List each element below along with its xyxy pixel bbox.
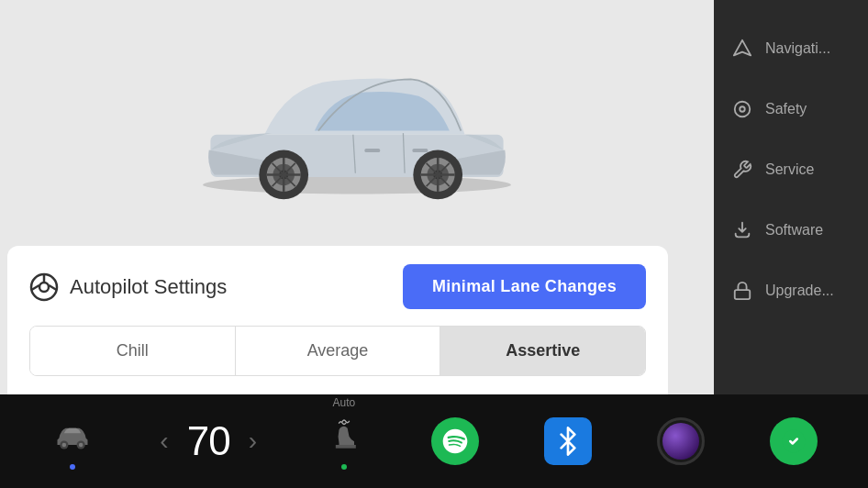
spotify-icon: [431, 417, 479, 465]
sidebar-item-navigation[interactable]: Navigati...: [714, 18, 868, 79]
seat-svg-icon: [324, 415, 364, 455]
sidebar-navigation-label: Navigati...: [765, 40, 830, 57]
sidebar: Navigati... Safety Service Software Upgr…: [714, 0, 868, 394]
svg-rect-21: [412, 149, 428, 152]
taskbar-climate-item[interactable]: Auto: [322, 413, 366, 470]
taskbar-spotify-item[interactable]: [431, 417, 479, 465]
svg-rect-30: [735, 290, 751, 299]
sidebar-service-label: Service: [765, 161, 814, 178]
sidebar-item-upgrades[interactable]: Upgrade...: [714, 261, 868, 321]
seat-heat-icon: [322, 413, 366, 457]
car-image-area: [0, 0, 714, 238]
sidebar-software-label: Software: [765, 222, 823, 238]
sidebar-upgrades-label: Upgrade...: [765, 283, 834, 299]
svg-marker-27: [734, 40, 751, 56]
assertive-mode-button[interactable]: Assertive: [440, 327, 645, 375]
car-image: [164, 18, 550, 220]
safety-icon: [732, 99, 752, 119]
extra-svg-icon: [780, 427, 807, 455]
autopilot-header: Autopilot Settings Minimal Lane Changes: [29, 264, 646, 309]
service-icon: [732, 160, 752, 180]
camera-icon: [657, 417, 705, 465]
speed-value: 70: [187, 418, 230, 464]
bluetooth-svg-icon: [553, 427, 583, 456]
taskbar-car-item[interactable]: [50, 413, 95, 470]
svg-point-28: [735, 102, 751, 117]
svg-point-23: [39, 283, 49, 292]
climate-label: Auto: [333, 396, 356, 409]
main-content-area: Autopilot Settings Minimal Lane Changes …: [0, 0, 714, 394]
minimal-lane-changes-button[interactable]: Minimal Lane Changes: [403, 264, 646, 309]
svg-point-29: [740, 106, 745, 112]
camera-lens: [662, 423, 699, 460]
autopilot-title-text: Autopilot Settings: [70, 275, 227, 299]
autopilot-title: Autopilot Settings: [29, 272, 227, 302]
car-svg-icon: [52, 415, 93, 455]
svg-point-0: [203, 175, 511, 194]
sidebar-item-safety[interactable]: Safety: [714, 79, 868, 139]
autopilot-panel: Autopilot Settings Minimal Lane Changes …: [7, 246, 668, 394]
climate-dot: [341, 464, 347, 470]
car-icon: [50, 413, 95, 457]
taskbar-extra-item[interactable]: [770, 417, 818, 465]
taskbar: ‹ 70 › Auto: [0, 394, 868, 488]
svg-line-25: [49, 285, 56, 290]
sidebar-safety-label: Safety: [765, 101, 807, 117]
sidebar-item-software[interactable]: Software: [714, 200, 868, 261]
svg-point-34: [79, 443, 83, 448]
software-icon: [732, 220, 752, 240]
speed-decrease-button[interactable]: ‹: [160, 427, 168, 456]
svg-point-33: [62, 443, 67, 448]
car-active-dot: [70, 464, 75, 470]
extra-icon: [770, 417, 818, 465]
chill-mode-button[interactable]: Chill: [30, 327, 236, 375]
svg-rect-20: [364, 149, 380, 152]
taskbar-camera-item[interactable]: [657, 417, 705, 465]
speed-increase-button[interactable]: ›: [249, 427, 257, 456]
upgrades-icon: [732, 281, 752, 301]
taskbar-bluetooth-item[interactable]: [544, 417, 592, 465]
navigation-icon: [732, 39, 752, 59]
steering-wheel-icon: [29, 272, 59, 302]
average-mode-button[interactable]: Average: [236, 327, 441, 375]
bluetooth-icon: [544, 417, 592, 465]
sidebar-item-service[interactable]: Service: [714, 139, 868, 200]
speed-display: ‹ 70 ›: [160, 418, 257, 464]
mode-selector: Chill Average Assertive: [29, 326, 646, 376]
spotify-svg-icon: [440, 427, 470, 456]
svg-line-26: [32, 285, 39, 290]
